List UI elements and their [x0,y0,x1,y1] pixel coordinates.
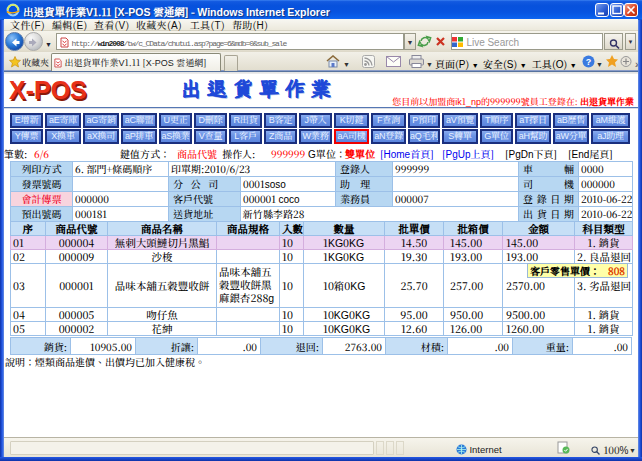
svg-text:?: ? [586,57,592,67]
